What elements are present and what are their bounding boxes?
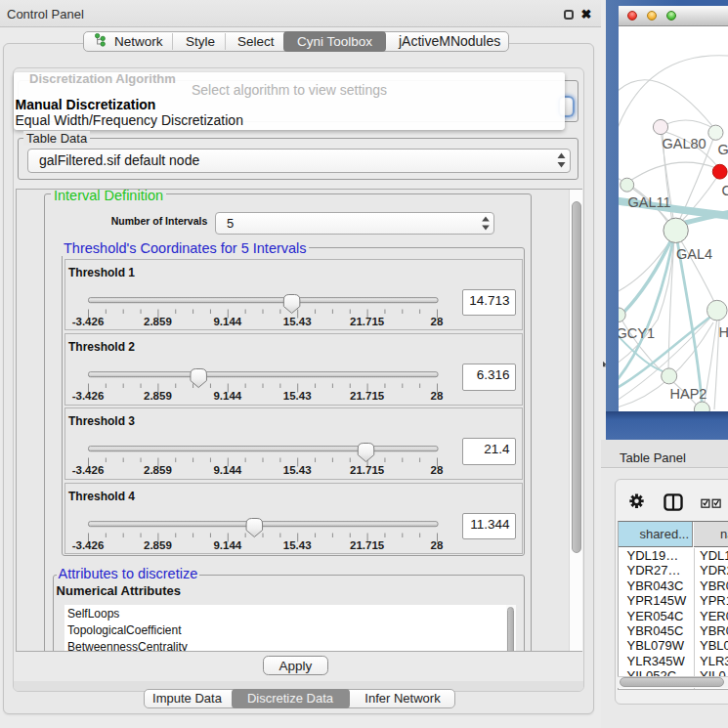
svg-text:GAL4: GAL4 xyxy=(676,246,712,262)
svg-text:G…: G… xyxy=(718,142,728,157)
svg-text:GAL80: GAL80 xyxy=(663,136,707,151)
svg-text:HAP2: HAP2 xyxy=(670,386,707,402)
svg-text:C: C xyxy=(722,183,728,198)
svg-text:GCY1: GCY1 xyxy=(619,325,655,341)
svg-text:H: H xyxy=(719,324,728,340)
svg-text:GAL11: GAL11 xyxy=(628,194,671,210)
